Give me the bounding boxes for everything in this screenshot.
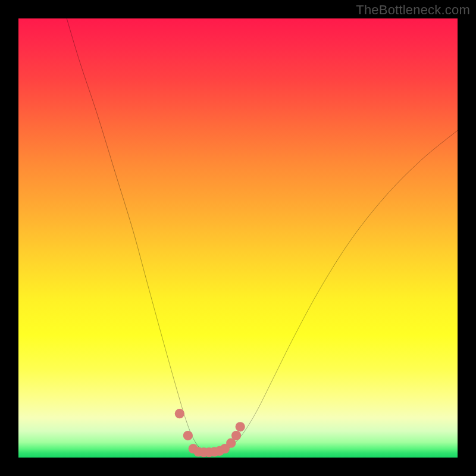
- marker-dot: [175, 409, 184, 418]
- marker-dot: [231, 431, 241, 440]
- chart-frame: TheBottleneck.com: [0, 0, 476, 476]
- marker-dot: [236, 422, 245, 431]
- optimal-range-markers: [18, 18, 458, 458]
- marker-dot: [183, 431, 193, 440]
- plot-area: [18, 18, 458, 458]
- watermark-text: TheBottleneck.com: [356, 2, 470, 18]
